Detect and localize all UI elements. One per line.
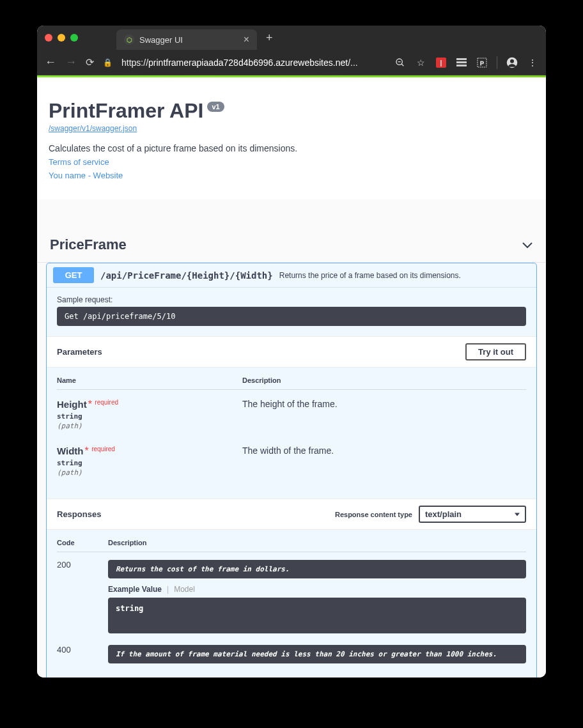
toolbar-actions: ☆ | P ⋮ <box>394 56 538 69</box>
resp-header-code: Code <box>57 539 108 546</box>
param-header-name: Name <box>57 376 242 384</box>
reload-button[interactable]: ⟳ <box>86 56 94 68</box>
minimize-window-button[interactable] <box>58 34 65 42</box>
chevron-down-icon[interactable] <box>522 238 533 252</box>
responses-table: Code Description 200 Returns the cost of… <box>57 539 526 674</box>
toolbar-separator <box>497 56 497 69</box>
close-tab-icon[interactable]: × <box>244 34 249 45</box>
param-name: Width <box>57 445 84 456</box>
svg-text:|: | <box>440 59 442 66</box>
tag-name: PriceFrame <box>50 236 127 253</box>
profile-icon[interactable] <box>506 57 518 68</box>
param-row: Height* required string (path) The heigh… <box>57 390 526 437</box>
operation-description: Returns the price of a frame based on it… <box>279 271 461 280</box>
parameters-table: Name Description Height* required string… <box>57 376 526 483</box>
operation-path: /api/PriceFrame/{Height}/{Width} <box>100 270 273 281</box>
tag-header[interactable]: PriceFrame <box>37 228 546 263</box>
tab-title: Swagger UI <box>139 35 183 45</box>
traffic-lights <box>45 34 78 42</box>
operation-block: GET /api/PriceFrame/{Height}/{Width} Ret… <box>46 263 537 678</box>
close-window-button[interactable] <box>45 34 52 42</box>
param-header-desc: Description <box>242 376 526 384</box>
method-badge: GET <box>53 267 94 283</box>
example-value-tab[interactable]: Example Value <box>108 585 162 594</box>
swagger-json-link[interactable]: /swagger/v1/swagger.json <box>49 124 534 133</box>
responses-heading: Responses <box>57 509 101 519</box>
page-content: PrintFramer API v1 /swagger/v1/swagger.j… <box>37 77 546 678</box>
svg-rect-5 <box>456 58 467 60</box>
api-title: PrintFramer API v1 <box>49 99 534 123</box>
star-icon[interactable]: ☆ <box>415 57 426 68</box>
param-desc: The width of the frame. <box>242 445 526 456</box>
address-bar[interactable]: https://printframerapiaada728d4b6996.azu… <box>121 58 385 68</box>
terms-link[interactable]: Terms of service <box>49 157 534 167</box>
parameters-heading: Parameters <box>57 347 102 357</box>
sample-request-code: Get /api/priceframe/5/10 <box>57 307 526 326</box>
menu-icon[interactable]: ⋮ <box>527 57 538 68</box>
svg-line-1 <box>401 64 403 66</box>
extension-icon-1[interactable]: | <box>435 57 447 68</box>
responses-header: Responses Response content type text/pla… <box>47 499 536 530</box>
contact-link[interactable]: You name - Website <box>49 171 534 180</box>
extension-icon-2[interactable] <box>456 57 467 68</box>
sample-request-label: Sample request: <box>57 295 526 304</box>
response-description: If the amount of frame material needed i… <box>108 645 526 663</box>
swagger-favicon: ⬡ <box>124 35 134 45</box>
resp-header-desc: Description <box>108 539 147 546</box>
lock-icon: 🔒 <box>103 58 113 67</box>
operation-summary[interactable]: GET /api/PriceFrame/{Height}/{Width} Ret… <box>47 263 536 288</box>
param-location: (path) <box>57 422 242 430</box>
browser-toolbar: ← → ⟳ 🔒 https://printframerapiaada728d4b… <box>37 50 546 75</box>
response-row: 200 Returns the cost of the frame in dol… <box>57 552 526 637</box>
response-code: 400 <box>57 645 108 654</box>
response-row: 400 If the amount of frame material need… <box>57 637 526 674</box>
content-type-select[interactable]: text/plain <box>419 506 526 523</box>
forward-button[interactable]: → <box>65 56 77 69</box>
response-description: Returns the cost of the frame in dollars… <box>108 560 526 578</box>
svg-text:P: P <box>480 60 484 66</box>
api-header: PrintFramer API v1 /swagger/v1/swagger.j… <box>37 77 546 199</box>
svg-point-11 <box>510 59 514 63</box>
param-row: Width* required string (path) The width … <box>57 437 526 483</box>
zoom-icon[interactable] <box>394 57 406 68</box>
response-code: 200 <box>57 560 108 569</box>
parameters-header: Parameters Try it out <box>47 336 536 368</box>
version-badge: v1 <box>207 102 224 112</box>
back-button[interactable]: ← <box>45 56 56 69</box>
api-description: Calculates the cost of a picture frame b… <box>49 143 534 153</box>
titlebar: ⬡ Swagger UI × + <box>37 26 546 50</box>
param-type: string <box>57 459 242 467</box>
content-type-label: Response content type <box>335 511 412 518</box>
param-type: string <box>57 412 242 421</box>
browser-tab[interactable]: ⬡ Swagger UI × <box>116 29 257 50</box>
param-location: (path) <box>57 469 242 477</box>
try-it-out-button[interactable]: Try it out <box>465 343 526 360</box>
svg-rect-7 <box>456 65 467 66</box>
new-tab-button[interactable]: + <box>266 31 273 45</box>
operation-body: Sample request: Get /api/priceframe/5/10… <box>47 288 536 678</box>
svg-rect-6 <box>456 61 467 63</box>
model-tab[interactable]: Model <box>174 585 195 594</box>
maximize-window-button[interactable] <box>70 34 78 42</box>
browser-window: ⬡ Swagger UI × + ← → ⟳ 🔒 https://printfr… <box>37 26 546 678</box>
example-value: string <box>108 598 526 633</box>
param-name: Height <box>57 399 87 410</box>
extension-icon-3[interactable]: P <box>476 57 488 68</box>
param-desc: The height of the frame. <box>242 399 526 409</box>
